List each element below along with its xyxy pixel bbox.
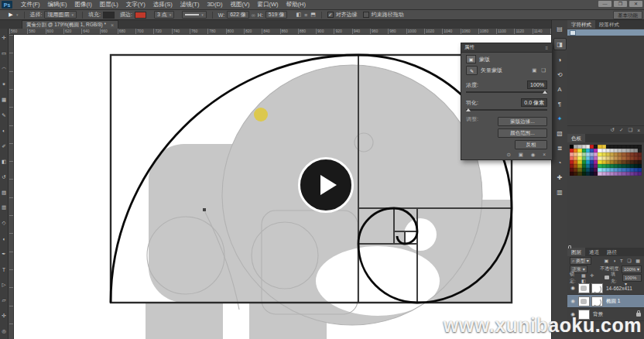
properties-footer-icons[interactable]: ⊙ ▣ ◉ × [507, 152, 549, 158]
lasso-tool-icon[interactable]: ◠ [0, 61, 9, 77]
history-brush-tool-icon[interactable]: ↺ [0, 170, 9, 185]
lock-all-icon[interactable] [605, 276, 609, 279]
info-panel-icon[interactable]: ≣ [554, 142, 566, 153]
panel-menu-icon[interactable]: ≡ [545, 46, 549, 50]
menu-item[interactable]: 3D(D) [203, 1, 226, 9]
paragraph-panel-icon[interactable]: ¶ [554, 98, 566, 109]
path-select-tool-icon[interactable]: ▶ [5, 12, 16, 19]
lock-buttons[interactable]: ▦ ✛ ◧ [581, 272, 603, 283]
layer-thumbnail[interactable] [578, 296, 590, 306]
style-list-selected-item[interactable] [567, 29, 644, 36]
stroke-swatch[interactable] [135, 12, 146, 19]
play-button[interactable] [298, 157, 354, 213]
tab-channels[interactable]: 通道 [585, 248, 603, 256]
apply-style-icon[interactable]: ✓ [619, 127, 623, 133]
fill-swatch[interactable] [103, 12, 115, 19]
layer-visibility-icon[interactable]: ◉ [569, 285, 577, 291]
constrain-path-checkbox[interactable]: ✓ [363, 12, 369, 18]
eraser-tool-icon[interactable]: ▨ [0, 185, 9, 200]
menu-item[interactable]: 图像(I) [71, 1, 96, 9]
layer-row[interactable]: ◉14-662x411 [567, 282, 644, 295]
add-mask-icons[interactable]: ▣ ❏ [532, 67, 547, 74]
delete-style-icon[interactable]: × [637, 128, 640, 133]
tool-preset-caret-icon[interactable]: ▾ [16, 12, 19, 17]
density-value[interactable]: 100% [527, 80, 547, 89]
actions-panel-icon[interactable]: ✚ [554, 172, 566, 183]
blur-tool-icon[interactable]: ◇ [0, 215, 9, 231]
tab-character-styles[interactable]: 字符样式 [567, 20, 595, 29]
vertical-ruler[interactable] [9, 35, 14, 339]
hand-tool-icon[interactable]: ✣ [0, 308, 9, 324]
layer-row[interactable]: ◉椭圆 1 [567, 295, 644, 308]
height-field[interactable]: 519 像 [265, 11, 288, 19]
path-arrange-icon[interactable]: ⬒ [310, 12, 316, 18]
pen-tool-icon[interactable]: ✒ [0, 246, 9, 262]
tab-paragraph-styles[interactable]: 段落样式 [595, 20, 623, 29]
crop-tool-icon[interactable]: ▦ [0, 92, 9, 108]
dodge-tool-icon[interactable]: ◖ [0, 231, 9, 246]
brush-panel-icon[interactable]: ▥ [554, 187, 566, 197]
tab-paths[interactable]: 路径 [603, 248, 621, 256]
mask-edge-button[interactable]: 蒙版边缘... [498, 117, 547, 126]
clone-source-panel-icon[interactable]: ⟲ [554, 69, 566, 80]
redefine-style-icon[interactable]: ↺ [610, 127, 614, 133]
layer-name[interactable]: 14-662x411 [606, 286, 632, 291]
marquee-tool-icon[interactable]: ▭ [0, 46, 9, 61]
magic-wand-tool-icon[interactable]: ✶ [0, 77, 9, 92]
invert-button[interactable]: 反相 [515, 140, 547, 149]
tab-swatches[interactable]: 色板 [567, 134, 585, 142]
menu-item[interactable]: 帮助(H) [283, 1, 310, 9]
feather-value[interactable]: 0.0 像素 [521, 98, 547, 107]
menu-item[interactable]: 视图(V) [226, 1, 253, 9]
layer-filter-icons[interactable]: ▣ ◑ T ❏ ▦ [605, 258, 642, 263]
path-anchor-point[interactable] [203, 208, 206, 211]
minimize-button[interactable]: — [598, 1, 611, 7]
feather-slider[interactable] [466, 109, 547, 111]
move-tool-icon[interactable]: ✛ [0, 30, 9, 46]
feather-slider-knob[interactable] [466, 108, 471, 111]
path-alignment-icon[interactable]: ≡ [304, 12, 307, 18]
close-button[interactable]: ✕ [629, 1, 642, 7]
gradient-tool-icon[interactable]: ▥ [0, 200, 9, 215]
path-operations-icon[interactable]: ◧ [296, 12, 301, 18]
tab-layers[interactable]: 图层 [567, 248, 585, 256]
menu-item[interactable]: 编辑(E) [44, 1, 71, 9]
character-panel-icon[interactable]: A [554, 84, 566, 94]
new-style-icon[interactable]: ❏ [628, 127, 632, 133]
menu-item[interactable]: 图层(L) [96, 1, 122, 9]
density-slider[interactable] [466, 91, 547, 93]
layer-thumbnail[interactable] [578, 283, 590, 293]
stroke-width-field[interactable]: 3 点▾ [154, 11, 174, 19]
properties-panel-icon[interactable]: ◨ [553, 38, 567, 50]
properties-panel-header[interactable]: 属性 ≡ [461, 43, 552, 53]
horizontal-ruler[interactable]: 5605806006206406606807007207407607808008… [9, 29, 551, 35]
eyedropper-tool-icon[interactable]: ✎ [0, 108, 9, 123]
navigator-panel-icon[interactable]: ◔ [554, 157, 566, 168]
select-dropdown[interactable]: 现用图层▾ [44, 11, 77, 19]
shape-tool-icon[interactable]: ▱ [0, 293, 9, 308]
history-panel-icon[interactable]: ▤ [554, 23, 566, 34]
clone-stamp-tool-icon[interactable]: ◧ [0, 154, 9, 170]
workspace-switcher-button[interactable]: 基本功能 [613, 11, 642, 19]
menu-item[interactable]: 滤镜(T) [176, 1, 204, 9]
path-select-tool-icon[interactable]: ▷ [0, 277, 9, 293]
color-range-button[interactable]: 颜色范围... [498, 128, 547, 138]
brush-tool-icon[interactable]: ✐ [0, 139, 9, 154]
color-swatch[interactable] [638, 172, 642, 176]
layer-visibility-icon[interactable]: ◉ [569, 298, 577, 304]
align-edges-checkbox[interactable]: ✓ [327, 12, 334, 18]
style-list-empty-area[interactable] [567, 36, 644, 125]
stroke-style-dropdown[interactable]: ▾ [182, 11, 207, 19]
layer-filter-dropdown[interactable]: ⌕ 类型 ▾ [570, 257, 591, 265]
menu-item[interactable]: 文字(Y) [122, 1, 149, 9]
vector-mask-button[interactable]: ✎ [466, 66, 478, 75]
adjustments-panel-icon[interactable]: ◑ [554, 54, 566, 65]
healing-tool-icon[interactable]: ◐ [0, 123, 9, 139]
styles-panel-icon[interactable]: ▧ [554, 128, 566, 139]
tab-close-icon[interactable]: × [111, 22, 114, 28]
menu-item[interactable]: 选择(S) [149, 1, 176, 9]
libraries-panel-icon[interactable]: ✦ [554, 113, 566, 124]
maximize-button[interactable]: ❐ [614, 1, 627, 7]
layer-mask-thumbnail[interactable] [591, 283, 603, 293]
menu-item[interactable]: 窗口(W) [253, 1, 282, 9]
